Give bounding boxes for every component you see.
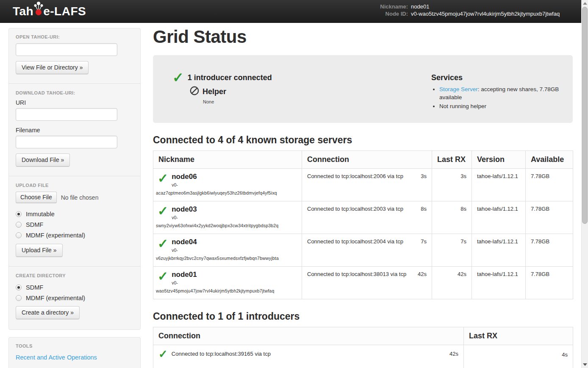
logo-text-pre: Tah xyxy=(13,5,33,18)
open-uri-input[interactable] xyxy=(16,43,117,56)
helper-none-icon xyxy=(189,86,200,98)
tools-label: TOOLS xyxy=(16,343,133,348)
introducer-status-text: 1 introducer connected xyxy=(188,72,272,82)
top-navbar: Tah e-LAFS Nickname: node01 Node ID: v0-… xyxy=(0,0,588,23)
connection-text: Connected to tcp:localhost:2003 via tcp xyxy=(307,206,403,212)
scrollbar-thumb[interactable] xyxy=(582,7,588,224)
last-rx-value: 3s xyxy=(432,169,472,201)
download-filename-input[interactable] xyxy=(16,136,117,148)
radio-label: MDMF (experimental) xyxy=(26,232,85,239)
connection-age: 3s xyxy=(421,173,427,179)
available-value: 7.78GB xyxy=(526,267,573,299)
col-available: Available xyxy=(526,151,573,169)
connected-check-icon xyxy=(158,206,168,217)
storage-server-link[interactable]: Storage Server xyxy=(439,86,478,92)
dir-format-mdmf[interactable]: MDMF (experimental) xyxy=(16,293,133,303)
version-value: tahoe-lafs/1.12.1 xyxy=(472,201,526,234)
connection-text: Connected to tcp:localhost:2004 via tcp xyxy=(307,238,403,245)
server-nickname: node04 xyxy=(172,238,197,246)
download-file-button[interactable]: Download File » xyxy=(16,153,70,167)
server-id-hash: v6zuyjkbrrkqy2bvc2cny7qwax5sxumedsxfzfjw… xyxy=(156,256,297,261)
helper-value: None xyxy=(203,99,431,104)
introducer-connected-check-icon xyxy=(172,72,184,83)
nickname-label: Nickname: xyxy=(380,3,408,10)
connection-age: 7s xyxy=(421,238,427,245)
create-directory-label: CREATE DIRECTORY xyxy=(16,273,133,278)
last-rx-value: 42s xyxy=(432,267,472,299)
radio-icon[interactable] xyxy=(16,295,22,301)
last-rx-value: 4s xyxy=(464,345,573,368)
main-content: Grid Status 1 introducer connected Helpe… xyxy=(153,23,573,368)
col-last-rx: Last RX xyxy=(464,327,573,345)
version-value: tahoe-lafs/1.12.1 xyxy=(472,169,526,201)
table-row: node04 v0- v6zuyjkbrrkqy2bvc2cny7qwax5sx… xyxy=(153,234,573,267)
radio-icon[interactable] xyxy=(16,211,22,217)
choose-file-button[interactable]: Choose File xyxy=(16,192,57,203)
sidebar-divider xyxy=(9,176,140,177)
table-header-row: Nickname Connection Last RX Version Avai… xyxy=(153,151,573,169)
helper-title: Helper xyxy=(202,87,226,96)
radio-icon[interactable] xyxy=(16,284,22,290)
dir-format-sdmf[interactable]: SDMF xyxy=(16,282,133,293)
storage-servers-table: Nickname Connection Last RX Version Avai… xyxy=(153,151,573,299)
version-value: tahoe-lafs/1.12.1 xyxy=(472,267,526,299)
scroll-down-arrow-icon[interactable] xyxy=(583,363,587,366)
server-nickname: node03 xyxy=(172,206,197,213)
upload-file-button[interactable]: Upload File » xyxy=(16,244,63,257)
logo-text-post: e-LAFS xyxy=(43,5,86,18)
last-rx-value: 7s xyxy=(432,234,472,267)
connection-text: Connected to tcp:localhost:39165 via tcp xyxy=(172,351,271,357)
col-connection: Connection xyxy=(302,151,432,169)
upload-format-mdmf[interactable]: MDMF (experimental) xyxy=(16,230,133,240)
download-uri-input[interactable] xyxy=(16,108,117,121)
sidebar-divider xyxy=(9,266,140,267)
nickname-value: node01 xyxy=(411,3,572,10)
node-id-label: Node ID: xyxy=(380,10,408,17)
open-uri-label: OPEN TAHOE-URI: xyxy=(16,34,133,39)
vertical-scrollbar[interactable] xyxy=(581,0,588,368)
radio-label: Immutable xyxy=(26,211,55,217)
create-directory-button[interactable]: Create a directory » xyxy=(16,306,80,319)
connected-check-icon xyxy=(158,173,168,184)
server-id-prefix: v0- xyxy=(172,280,197,285)
upload-format-sdmf[interactable]: SDMF xyxy=(16,219,133,230)
connection-age: 42s xyxy=(418,271,427,277)
connection-text: Connected to tcp:localhost:38013 via tcp xyxy=(307,271,406,277)
connection-text: Connected to tcp:localhost:2006 via tcp xyxy=(307,173,403,179)
tahoe-lafs-logo[interactable]: Tah e-LAFS xyxy=(13,0,86,23)
filename-field-label: Filename xyxy=(16,127,133,134)
service-item: Not running helper xyxy=(439,102,566,110)
node-id-value: v0-wao5tzv45pmoju47jow7rvl4ukirjm5ytbh2k… xyxy=(411,10,572,17)
connected-check-icon xyxy=(158,271,168,282)
server-id-hash: wao5tzv45pmoju47jow7rvl4ukirjm5ytbh2kjty… xyxy=(156,288,297,293)
table-row: node03 v0- swny2viyw63ofxwi4x2yykd2woqjb… xyxy=(153,201,573,234)
no-file-chosen-text: No file chosen xyxy=(61,194,99,201)
table-row: node06 v0- acaz7qptmeo6m3asjlgkb6iwlyuqe… xyxy=(153,169,573,201)
upload-file-label: UPLOAD FILE xyxy=(16,183,133,188)
tools-panel: TOOLS Recent and Active Operations xyxy=(8,337,141,368)
server-nickname: node01 xyxy=(172,271,197,279)
radio-icon[interactable] xyxy=(16,222,22,228)
table-row: Connected to tcp:localhost:39165 via tcp… xyxy=(153,345,573,368)
server-id-hash: acaz7qptmeo6m3asjlgkb6iwlyuqey53hz26tbdm… xyxy=(156,190,297,195)
server-id-prefix: v0- xyxy=(172,215,197,220)
connected-check-icon xyxy=(158,349,168,359)
col-last-rx: Last RX xyxy=(432,151,472,169)
recent-operations-link[interactable]: Recent and Active Operations xyxy=(16,354,97,361)
radio-icon[interactable] xyxy=(16,232,22,238)
uri-field-label: URI xyxy=(16,99,133,106)
server-id-prefix: v0- xyxy=(172,182,197,187)
scroll-up-arrow-icon[interactable] xyxy=(583,2,587,5)
server-id-hash: swny2viyw63ofxwi4x2yykd2woqjbpx3cw34xtri… xyxy=(156,223,297,228)
tahoe-logo-icon xyxy=(33,3,43,20)
available-value: 7.78GB xyxy=(526,234,573,267)
view-file-button[interactable]: View File or Directory » xyxy=(16,61,89,74)
introducers-table: Connection Last RX Connected to tcp:loca… xyxy=(153,327,573,368)
server-id-prefix: v0- xyxy=(172,248,197,253)
server-nickname: node06 xyxy=(172,173,197,181)
status-summary-box: 1 introducer connected Helper None Servi… xyxy=(153,55,573,123)
upload-format-immutable[interactable]: Immutable xyxy=(16,209,133,219)
available-value: 7.78GB xyxy=(526,169,573,201)
services-list: Storage Server: accepting new shares, 7.… xyxy=(439,85,566,110)
col-version: Version xyxy=(472,151,526,169)
